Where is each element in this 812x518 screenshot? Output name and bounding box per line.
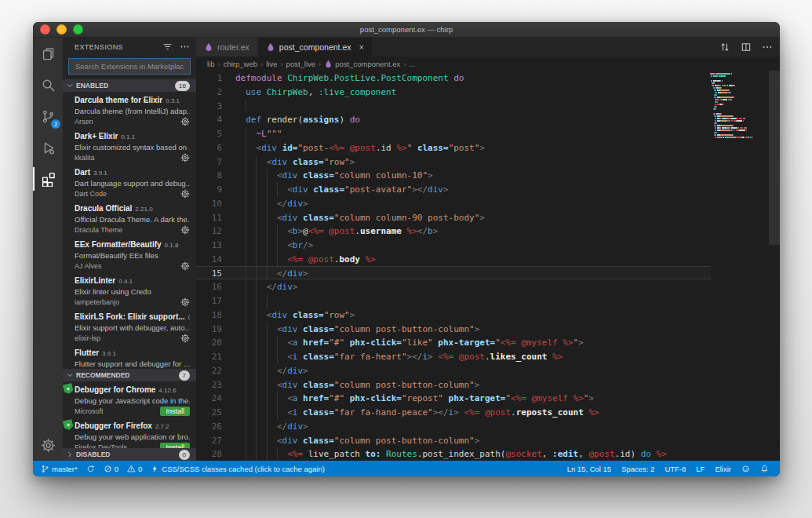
- split-editor-button[interactable]: [741, 42, 752, 53]
- line-number[interactable]: 20: [196, 336, 228, 350]
- code-line-23[interactable]: <div class="column post-button-column">: [235, 378, 708, 392]
- code-line-3[interactable]: [235, 100, 708, 114]
- activity-bar-item-source-control[interactable]: 2: [33, 100, 63, 132]
- line-number[interactable]: 11: [196, 211, 228, 225]
- extension-row[interactable]: ✶Debugger for Firefox2.7.2Debug your web…: [63, 418, 196, 448]
- line-number[interactable]: 25: [196, 406, 228, 420]
- extension-row[interactable]: ✶Debugger for Chrome4.12.6Debug your Jav…: [63, 381, 196, 418]
- install-button[interactable]: Install: [160, 443, 190, 448]
- breadcrumb-item-...[interactable]: ...: [409, 60, 415, 68]
- code-line-24[interactable]: <a href="#" phx-click="repost" phx-targe…: [235, 392, 708, 406]
- code-line-1[interactable]: defmodule ChirpWeb.PostLive.PostComponen…: [235, 71, 708, 86]
- activity-bar-item-run-and-debug[interactable]: [33, 132, 63, 163]
- extension-row[interactable]: ElixirLS Fork: Elixir support...0.3.2Eli…: [63, 308, 196, 345]
- code-line-17[interactable]: [235, 294, 708, 308]
- line-number[interactable]: 14: [196, 253, 228, 267]
- section-header-enabled[interactable]: ENABLED16: [63, 79, 196, 92]
- line-number[interactable]: 15: [196, 267, 228, 281]
- line-number[interactable]: 23: [196, 378, 228, 392]
- install-button[interactable]: Install: [160, 407, 190, 416]
- more-actions-icon[interactable]: [180, 42, 190, 52]
- line-number[interactable]: 16: [196, 280, 228, 294]
- status-item-feedback[interactable]: [741, 465, 750, 473]
- activity-bar-item-explorer[interactable]: [33, 38, 63, 69]
- line-number[interactable]: 6: [196, 141, 228, 155]
- status-item-eol[interactable]: LF: [696, 465, 705, 473]
- activity-bar-item-manage[interactable]: [33, 429, 63, 461]
- breadcrumb-item-lib[interactable]: lib: [207, 60, 215, 68]
- breadcrumb-item-post_live[interactable]: post_live: [286, 60, 316, 68]
- tab-close-icon[interactable]: ×: [359, 43, 364, 52]
- breadcrumb-item-live[interactable]: live: [266, 60, 277, 68]
- code-line-18[interactable]: <div class="row">: [235, 308, 708, 323]
- activity-bar-item-extensions[interactable]: [33, 163, 63, 195]
- line-number[interactable]: 3: [196, 100, 228, 114]
- code-line-11[interactable]: <div class="column column-90 post-body">: [235, 211, 708, 225]
- extension-gear-icon[interactable]: [180, 261, 190, 271]
- code-line-25[interactable]: <i class="far fa-hand-peace"></i> <%= @p…: [235, 406, 708, 420]
- status-item-notifications[interactable]: [760, 465, 769, 473]
- extension-row[interactable]: Dracula Official2.21.0Official Dracula T…: [63, 200, 196, 236]
- minimize-window-button[interactable]: [56, 24, 67, 35]
- line-number[interactable]: 22: [196, 364, 228, 378]
- line-number[interactable]: 1: [196, 71, 228, 86]
- minimap[interactable]: [710, 73, 766, 139]
- extensions-search-box[interactable]: [68, 58, 191, 75]
- status-item-encoding[interactable]: UTF-8: [665, 465, 686, 473]
- code-line-8[interactable]: <div class="column column-10">: [235, 169, 708, 183]
- editor-tab-router.ex[interactable]: router.ex: [196, 38, 258, 57]
- line-number[interactable]: 7: [196, 155, 228, 170]
- section-header-disabled[interactable]: DISABLED0: [63, 448, 196, 461]
- code-line-15[interactable]: </div>: [235, 267, 708, 281]
- code-line-4[interactable]: def render(assigns) do: [235, 113, 708, 127]
- code-line-6[interactable]: <div id="post-<%= @post.id %>" class="po…: [235, 141, 708, 155]
- code-line-21[interactable]: <i class="far fa-heart"></i> <%= @post.l…: [235, 350, 708, 364]
- line-number[interactable]: 28: [196, 447, 228, 461]
- extension-gear-icon[interactable]: [180, 334, 190, 343]
- extension-row[interactable]: ElixirLinter0.4.1Elixir linter using Cre…: [63, 272, 196, 308]
- section-header-recommended[interactable]: RECOMMENDED7: [63, 369, 196, 381]
- line-number[interactable]: 27: [196, 434, 228, 448]
- extension-gear-icon[interactable]: [180, 297, 190, 307]
- extension-row[interactable]: Flutter3.9.1Flutter support and debugger…: [63, 345, 196, 369]
- filter-icon[interactable]: [162, 42, 173, 52]
- line-number[interactable]: 18: [196, 308, 228, 323]
- line-number[interactable]: 2: [196, 86, 228, 100]
- breadcrumb-item-post_component.ex[interactable]: post_component.ex: [324, 60, 400, 68]
- line-number[interactable]: 17: [196, 294, 228, 308]
- extension-gear-icon[interactable]: [180, 117, 190, 126]
- code-line-5[interactable]: ~L""": [235, 127, 708, 141]
- status-item-git-branch[interactable]: master*: [41, 465, 78, 473]
- status-item-css-cache[interactable]: CSS/SCSS classes cached (click to cache …: [151, 465, 325, 473]
- extension-manage-button[interactable]: [180, 189, 190, 199]
- line-number[interactable]: 8: [196, 169, 228, 183]
- code-line-14[interactable]: <%= @post.body %>: [235, 253, 708, 267]
- title-bar[interactable]: post_component.ex — chirp: [33, 22, 780, 38]
- filter-icon[interactable]: [162, 42, 173, 52]
- extension-manage-button[interactable]: [180, 297, 190, 307]
- status-item-warnings[interactable]: 0: [127, 465, 142, 473]
- editor-tab-post_component.ex[interactable]: post_component.ex×: [258, 38, 372, 57]
- line-number[interactable]: 19: [196, 323, 228, 337]
- line-number[interactable]: 13: [196, 239, 228, 253]
- code-content[interactable]: defmodule ChirpWeb.PostLive.PostComponen…: [235, 71, 708, 461]
- status-item-indentation[interactable]: Spaces: 2: [621, 465, 654, 473]
- extension-gear-icon[interactable]: [180, 153, 190, 162]
- extension-row[interactable]: Dark+ Elixir0.1.1Elixir customized synta…: [63, 128, 196, 164]
- code-line-28[interactable]: <%= live_patch to: Routes.post_index_pat…: [235, 447, 708, 461]
- line-number[interactable]: 4: [196, 113, 228, 127]
- code-line-2[interactable]: use ChirpWeb, :live_component: [235, 86, 708, 100]
- code-line-13[interactable]: <br/>: [235, 239, 708, 253]
- line-number[interactable]: 26: [196, 420, 228, 434]
- line-number[interactable]: 10: [196, 197, 228, 211]
- extension-gear-icon[interactable]: [180, 225, 190, 235]
- line-number[interactable]: 12: [196, 224, 228, 239]
- extension-gear-icon[interactable]: [180, 189, 190, 199]
- more-icon[interactable]: [180, 42, 190, 52]
- code-line-7[interactable]: <div class="row">: [235, 155, 708, 170]
- extension-manage-button[interactable]: [180, 261, 190, 271]
- line-number[interactable]: 9: [196, 183, 228, 197]
- extensions-search-input[interactable]: [74, 61, 185, 71]
- extension-row[interactable]: EEx Formatter/Beautify0.1.8Format/Beauti…: [63, 236, 196, 272]
- extension-row[interactable]: Darcula theme for Elixir0.3.1Darcula the…: [63, 92, 196, 128]
